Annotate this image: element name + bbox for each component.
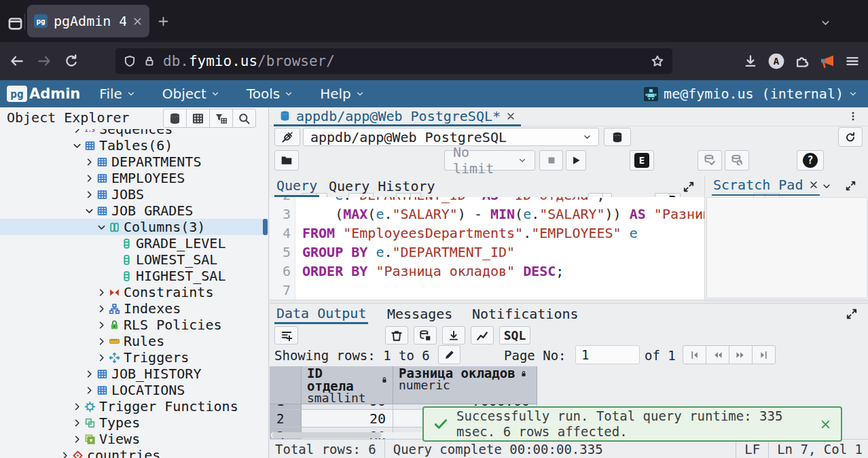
menu-tools[interactable]: Tools: [247, 86, 293, 102]
chevron-right-icon[interactable]: [84, 369, 94, 379]
chevron-right-icon[interactable]: [72, 402, 82, 412]
page-number-input[interactable]: [575, 345, 640, 364]
add-row-button[interactable]: [274, 326, 298, 345]
code-line[interactable]: [302, 281, 704, 300]
sql-code[interactable]: e."DEPARTMENT_ID" AS "ID отдела", (MAX(e…: [295, 197, 704, 300]
grid-corner-cell[interactable]: [270, 366, 302, 404]
expand-scratchpad-icon[interactable]: [845, 180, 856, 192]
tree-item-types[interactable]: Types: [0, 415, 268, 431]
tree-item-jobs[interactable]: JOBS: [0, 186, 268, 202]
close-toast-icon[interactable]: [820, 419, 831, 430]
chevron-right-icon[interactable]: [60, 451, 70, 458]
tree-item-tables-6-[interactable]: Tables(6): [0, 137, 268, 154]
firefox-view-icon[interactable]: [7, 15, 24, 32]
last-page-button[interactable]: [752, 345, 776, 364]
reload-icon[interactable]: [64, 54, 79, 69]
graph-visualiser-button[interactable]: [471, 326, 494, 345]
tree-item-triggers[interactable]: Triggers: [0, 349, 268, 366]
query-tool-tab[interactable]: appdb/app@Web PostgreSQL*: [274, 107, 521, 126]
downloads-icon[interactable]: [743, 54, 758, 69]
chevron-right-icon[interactable]: [96, 353, 107, 363]
chevron-right-icon[interactable]: [84, 385, 94, 395]
connection-dropdown[interactable]: appdb/app@Web PostgreSQL: [303, 128, 599, 146]
edit-range-button[interactable]: [438, 345, 460, 364]
tree-item-grade-level[interactable]: GRADE_LEVEL: [0, 235, 268, 251]
tree-item-job-history[interactable]: JOB_HISTORY: [0, 366, 268, 382]
megaphone-extension-icon[interactable]: [819, 54, 835, 70]
grid-column-header[interactable]: ID отделаsmallint: [302, 366, 393, 404]
connection-status-button[interactable]: [274, 128, 300, 146]
limit-dropdown[interactable]: No limit: [444, 150, 535, 171]
tab-notifications[interactable]: Notifications: [470, 304, 581, 324]
open-file-button[interactable]: [274, 150, 299, 171]
user-menu[interactable]: me@fymio.us (internal): [644, 86, 857, 102]
menu-hamburger-icon[interactable]: [845, 54, 860, 69]
row-number-cell[interactable]: 2: [270, 410, 302, 427]
next-page-button[interactable]: [729, 345, 753, 364]
new-connection-button[interactable]: [604, 128, 631, 146]
menu-object[interactable]: Object: [162, 86, 219, 102]
tree-item-trigger-functions[interactable]: Trigger Functions: [0, 398, 268, 415]
stop-button[interactable]: [539, 150, 563, 171]
tab-query-history[interactable]: Query History: [327, 175, 437, 197]
tree-item-countries[interactable]: countries: [0, 447, 268, 458]
commit-button[interactable]: [698, 150, 722, 171]
code-line[interactable]: FROM "EmployeesDepartments"."EMPLOYEES" …: [302, 224, 704, 243]
chevron-right-icon[interactable]: [96, 287, 107, 298]
tree-item-locations[interactable]: LOCATIONS: [0, 382, 268, 398]
tree-item-rules[interactable]: Rules: [0, 333, 268, 349]
list-all-tabs-icon[interactable]: [820, 18, 831, 28]
back-icon[interactable]: [10, 54, 24, 69]
forward-icon[interactable]: [37, 54, 52, 69]
tree-item-departments[interactable]: DEPARTMENTS: [0, 154, 268, 170]
close-icon[interactable]: [809, 180, 818, 190]
refresh-layout-button[interactable]: [838, 127, 863, 147]
rollback-button[interactable]: [725, 150, 749, 171]
chevron-right-icon[interactable]: [72, 418, 82, 428]
grid-column-header[interactable]: Разница окладовnumeric: [393, 366, 537, 404]
scratch-pad-body[interactable]: [706, 197, 867, 298]
extensions-icon[interactable]: [795, 54, 810, 69]
download-results-button[interactable]: [442, 326, 465, 345]
tab-data-output[interactable]: Data Output: [274, 304, 368, 324]
chevron-down-icon[interactable]: [72, 141, 82, 151]
chevron-right-icon[interactable]: [72, 434, 82, 444]
close-tab-icon[interactable]: [132, 16, 143, 27]
connections-button[interactable]: [163, 109, 187, 128]
eol-indicator[interactable]: LF: [744, 442, 760, 457]
tree-item-columns-3-[interactable]: Columns(3): [0, 219, 268, 235]
chevron-right-icon[interactable]: [84, 190, 94, 200]
filter-button[interactable]: [209, 109, 233, 128]
lock-icon[interactable]: [143, 55, 156, 67]
expand-editor-icon[interactable]: [683, 181, 695, 193]
shield-icon[interactable]: [124, 55, 136, 67]
browser-tab-pgadmin[interactable]: pg pgAdmin 4: [27, 5, 149, 37]
new-tab-icon[interactable]: [158, 16, 169, 27]
explain-button[interactable]: E: [630, 150, 654, 171]
close-icon[interactable]: [506, 111, 516, 121]
execute-button[interactable]: [566, 150, 586, 171]
chevron-right-icon[interactable]: [84, 157, 94, 167]
code-line[interactable]: ORDER BY "Разница окладов" DESC;: [302, 262, 704, 281]
code-line[interactable]: (MAX(e."SALARY") - MIN(e."SALARY")) AS "…: [302, 205, 704, 224]
account-icon[interactable]: A: [767, 52, 785, 70]
code-line[interactable]: e."DEPARTMENT_ID" AS "ID отдела",: [302, 197, 704, 205]
kebab-menu-icon[interactable]: [848, 111, 858, 122]
menu-file[interactable]: File: [99, 86, 134, 102]
grid-hscrollbar-thumb[interactable]: [272, 432, 381, 438]
chevron-down-icon[interactable]: [84, 206, 94, 216]
delete-row-button[interactable]: [385, 326, 408, 345]
chevron-right-icon[interactable]: [96, 304, 107, 314]
tree-item-indexes[interactable]: Indexes: [0, 300, 268, 317]
prev-page-button[interactable]: [706, 345, 729, 364]
tree-item-employees[interactable]: EMPLOYEES: [0, 170, 268, 186]
properties-button[interactable]: [186, 109, 210, 128]
grid-cell[interactable]: 20: [302, 410, 393, 427]
bookmark-star-icon[interactable]: [651, 54, 664, 68]
tree-item-constraints[interactable]: Constraints: [0, 284, 268, 300]
help-button[interactable]: ?: [797, 150, 824, 171]
menu-help[interactable]: Help: [320, 86, 364, 102]
search-button[interactable]: [232, 109, 256, 128]
tree-item-highest-sal[interactable]: HIGHEST_SAL: [0, 268, 268, 284]
chevron-right-icon[interactable]: [84, 173, 94, 183]
